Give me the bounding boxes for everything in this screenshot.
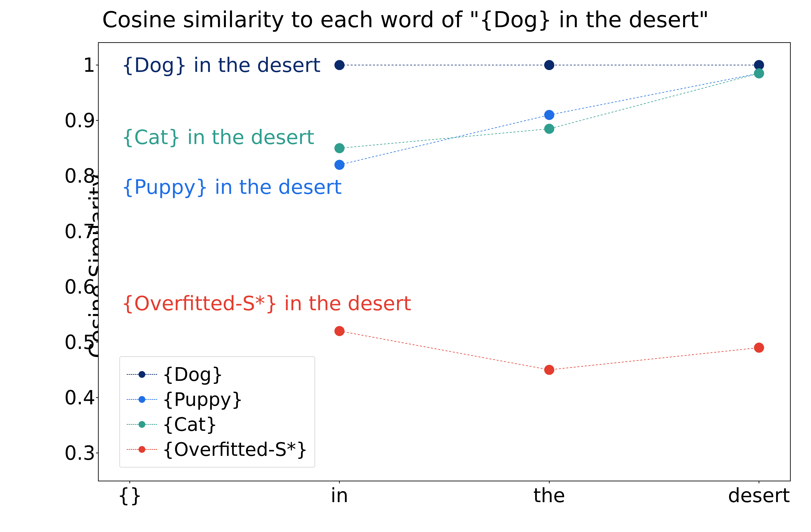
- legend-item: {Puppy}: [127, 387, 308, 412]
- legend-marker-icon: [139, 371, 145, 378]
- marker-overfitted: [754, 343, 764, 353]
- ytick-label: 0.9: [64, 109, 95, 132]
- xtick-label: the: [533, 484, 565, 507]
- marker-cat: [544, 124, 554, 134]
- legend-line-icon: [127, 399, 157, 400]
- legend-line-icon: [127, 374, 157, 375]
- ytick-mark: [96, 286, 99, 287]
- ytick-mark: [96, 65, 99, 65]
- legend-label: {Puppy}: [162, 389, 243, 410]
- ytick-mark: [96, 175, 99, 176]
- marker-overfitted: [334, 326, 345, 336]
- xtick-label: desert: [728, 484, 790, 507]
- legend-item: {Overfitted-S*}: [127, 437, 308, 462]
- legend-marker-icon: [139, 396, 145, 403]
- legend-item: {Cat}: [127, 412, 308, 437]
- ytick-label: 1: [83, 54, 95, 76]
- xtick-label: in: [331, 484, 348, 507]
- marker-cat: [754, 68, 764, 79]
- chart-title: Cosine similarity to each word of "{Dog}…: [0, 7, 811, 32]
- ytick-mark: [96, 342, 99, 343]
- ytick-label: 0.7: [64, 220, 95, 243]
- marker-cat: [334, 143, 345, 153]
- legend-marker-icon: [139, 446, 145, 453]
- ytick-label: 0.5: [64, 331, 95, 354]
- ytick-mark: [96, 231, 99, 232]
- ytick-mark: [96, 120, 99, 121]
- plot-area: 0.3 0.4 0.5 0.6 0.7 0.8 0.9 1 {} in the …: [98, 42, 791, 481]
- legend-label: {Dog}: [162, 364, 223, 385]
- marker-dog: [334, 60, 345, 70]
- marker-overfitted: [544, 365, 554, 375]
- ytick-label: 0.8: [64, 165, 95, 187]
- ytick-mark: [96, 453, 99, 453]
- legend: {Dog} {Puppy} {Cat}: [120, 356, 315, 468]
- marker-dog: [544, 60, 554, 70]
- xtick-mark: [549, 481, 550, 483]
- ytick-label: 0.3: [64, 442, 95, 464]
- marker-puppy: [544, 110, 554, 120]
- xtick-label: {}: [118, 484, 142, 507]
- figure: Cosine similarity to each word of "{Dog}…: [0, 0, 811, 532]
- xtick-mark: [339, 481, 340, 483]
- xtick-mark: [759, 481, 759, 483]
- legend-marker-icon: [139, 421, 145, 428]
- ytick-mark: [96, 397, 99, 398]
- legend-label: {Overfitted-S*}: [162, 439, 308, 460]
- legend-line-icon: [127, 424, 157, 425]
- legend-line-icon: [127, 449, 157, 450]
- ytick-label: 0.4: [64, 386, 95, 409]
- legend-item: {Dog}: [127, 362, 308, 387]
- ytick-label: 0.6: [64, 276, 95, 298]
- xtick-mark: [129, 481, 130, 483]
- legend-label: {Cat}: [162, 413, 217, 435]
- marker-puppy: [334, 160, 345, 170]
